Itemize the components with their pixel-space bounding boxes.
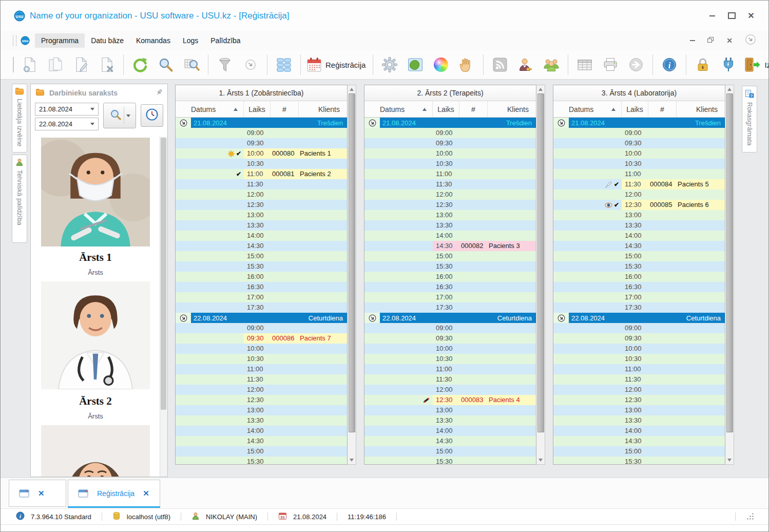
search-table-button[interactable]: [179, 53, 204, 76]
appointment-row[interactable]: ✔ 12:30 000085 Pacients 6: [553, 200, 725, 210]
document-tab-0[interactable]: ✕: [9, 480, 66, 507]
chevron-small-button[interactable]: [238, 53, 263, 76]
time-slot-row[interactable]: 15:30: [364, 261, 536, 272]
time-slot-row[interactable]: 14:30: [553, 436, 725, 446]
date-from-select[interactable]: 21.08.2024: [35, 103, 99, 116]
side-tab-0[interactable]: Lietotāja izvēlne: [12, 84, 27, 153]
menu-item-datu-b-ze[interactable]: Datu bāze: [85, 33, 130, 48]
time-slot-row[interactable]: 16:00: [553, 272, 725, 282]
time-slot-row[interactable]: 16:30: [364, 282, 536, 292]
time-slot-row[interactable]: 16:00: [176, 272, 347, 282]
time-slot-row[interactable]: 14:00: [364, 426, 536, 436]
appointment-row[interactable]: ✔ 10:00 000080 Pacients 1: [176, 148, 347, 159]
time-slot-row[interactable]: 15:30: [553, 457, 725, 464]
employee-card[interactable]: [31, 425, 160, 477]
users-button[interactable]: [539, 53, 564, 76]
time-slot-row[interactable]: 11:30: [176, 374, 347, 385]
vertical-scrollbar[interactable]: [725, 85, 734, 465]
close-button[interactable]: ✕: [747, 12, 755, 20]
time-slot-row[interactable]: 09:00: [553, 323, 725, 333]
date-to-select[interactable]: 22.08.2024: [35, 118, 99, 130]
group-expand-icon[interactable]: [369, 314, 376, 322]
time-slot-row[interactable]: 09:00: [176, 323, 347, 333]
column-header-number[interactable]: #: [648, 101, 677, 117]
resize-grip[interactable]: [746, 512, 755, 521]
mdi-minimize-button[interactable]: [690, 40, 695, 41]
time-slot-row[interactable]: 12:30: [176, 395, 347, 405]
plug-button[interactable]: [716, 53, 741, 76]
time-slot-row[interactable]: 17:30: [364, 302, 536, 313]
time-slot-row[interactable]: 14:30: [176, 436, 347, 446]
date-group-row[interactable]: 22.08.2024 Ceturtdiena: [364, 313, 536, 323]
time-slot-row[interactable]: 11:30: [176, 179, 347, 189]
scroll-down-icon[interactable]: [539, 459, 543, 462]
employee-scrollbar[interactable]: [160, 137, 167, 477]
time-slot-row[interactable]: 10:30: [176, 159, 347, 169]
time-slot-row[interactable]: 09:30: [364, 138, 536, 148]
time-slot-row[interactable]: 15:00: [176, 446, 347, 457]
column-header-datums[interactable]: Datums: [176, 101, 244, 117]
time-slot-row[interactable]: 12:30: [553, 395, 725, 405]
time-slot-row[interactable]: 13:00: [364, 405, 536, 415]
scroll-up-icon[interactable]: [350, 88, 354, 91]
menubar-drag-handle[interactable]: [13, 35, 16, 46]
cards-button[interactable]: [271, 53, 297, 76]
menu-item-pal-dz-ba[interactable]: Palīdzība: [204, 33, 246, 48]
date-group-row[interactable]: 21.08.2024 Trešdien: [364, 118, 536, 128]
time-slot-row[interactable]: 10:30: [176, 354, 347, 364]
time-slot-row[interactable]: 13:30: [364, 220, 536, 231]
time-slot-row[interactable]: 12:30: [364, 200, 536, 210]
time-slot-row[interactable]: 16:00: [364, 272, 536, 282]
time-slot-row[interactable]: 14:00: [553, 426, 725, 436]
time-slot-row[interactable]: 09:30: [553, 138, 725, 148]
calendar-button[interactable]: Reģistrācija: [304, 53, 369, 76]
column-header-datums[interactable]: Datums: [364, 101, 433, 117]
hand-button[interactable]: [454, 53, 479, 76]
column-header-klients[interactable]: Klients: [677, 101, 725, 117]
menu-item-logs[interactable]: Logs: [177, 33, 204, 48]
go-button[interactable]: [623, 53, 649, 76]
menu-item-programma[interactable]: Programma: [35, 33, 85, 48]
time-slot-row[interactable]: 13:00: [553, 210, 725, 220]
doc-edit-button[interactable]: [68, 53, 94, 76]
time-slot-row[interactable]: 11:00: [176, 364, 347, 374]
toolbar-drag-handle[interactable]: [13, 57, 14, 72]
scroll-up-icon[interactable]: [727, 88, 732, 91]
time-slot-row[interactable]: 15:00: [364, 446, 536, 457]
time-slot-row[interactable]: 15:30: [553, 261, 725, 272]
mdi-close-button[interactable]: ✕: [726, 36, 733, 45]
time-slot-row[interactable]: 09:30: [553, 333, 725, 344]
document-tab-1[interactable]: Reģistrācija ✕: [68, 480, 160, 507]
time-slot-row[interactable]: 13:30: [553, 220, 725, 231]
time-slot-row[interactable]: 11:00: [553, 364, 725, 374]
info-button[interactable]: i: [657, 53, 682, 76]
time-slot-row[interactable]: 14:30: [364, 436, 536, 446]
time-slot-row[interactable]: 14:30: [553, 241, 725, 251]
time-slot-row[interactable]: 13:00: [364, 210, 536, 220]
group-expand-icon[interactable]: [557, 119, 565, 127]
time-slot-row[interactable]: 11:00: [364, 364, 536, 374]
column-header-laiks[interactable]: Laiks: [244, 101, 271, 117]
time-slot-row[interactable]: 10:00: [553, 344, 725, 354]
time-slot-row[interactable]: 11:30: [553, 374, 725, 385]
time-slot-row[interactable]: 17:30: [176, 302, 347, 313]
scroll-up-icon[interactable]: [539, 88, 543, 91]
lock-button[interactable]: [690, 53, 716, 76]
vertical-scrollbar[interactable]: [536, 85, 545, 465]
minimize-button[interactable]: [708, 12, 716, 20]
time-slot-row[interactable]: 14:00: [553, 231, 725, 241]
time-slot-row[interactable]: 14:00: [364, 231, 536, 241]
exit-door-button[interactable]: Izeja: [741, 53, 769, 76]
employee-card[interactable]: Ārsts 2 Ārsts: [31, 281, 160, 420]
colors-button[interactable]: [428, 53, 454, 76]
vertical-scrollbar[interactable]: [348, 85, 356, 465]
time-slot-row[interactable]: 13:00: [176, 405, 347, 415]
time-slot-row[interactable]: 12:00: [176, 385, 347, 395]
column-header-klients[interactable]: Klients: [299, 101, 347, 117]
doc-copy-button[interactable]: [43, 53, 68, 76]
time-slot-row[interactable]: 12:00: [176, 189, 347, 200]
time-slot-row[interactable]: 15:30: [364, 457, 536, 464]
time-slot-row[interactable]: 11:00: [364, 169, 536, 179]
time-slot-row[interactable]: 09:30: [176, 138, 347, 148]
employee-card[interactable]: Ārsts 1 Ārsts: [31, 138, 160, 276]
